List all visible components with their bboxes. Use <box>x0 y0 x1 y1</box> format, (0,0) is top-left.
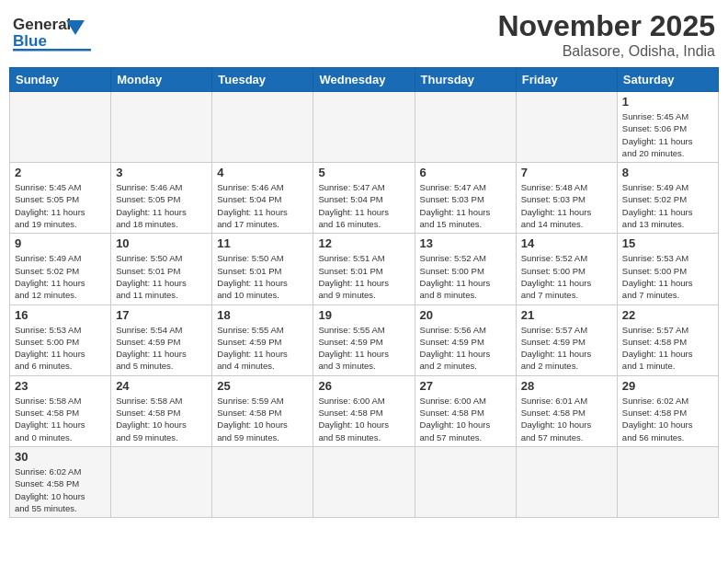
empty-cell-last <box>212 446 313 517</box>
day-cell-2: 2 Sunrise: 5:45 AMSunset: 5:05 PMDayligh… <box>10 163 111 234</box>
svg-rect-3 <box>13 49 91 52</box>
day-cell-7: 7 Sunrise: 5:48 AMSunset: 5:03 PMDayligh… <box>516 163 617 234</box>
day-cell-16: 16 Sunrise: 5:53 AMSunset: 5:00 PMDaylig… <box>10 304 111 375</box>
day-cell-4: 4 Sunrise: 5:46 AMSunset: 5:04 PMDayligh… <box>212 163 313 234</box>
empty-cell-last <box>516 446 617 517</box>
empty-cell <box>313 92 415 163</box>
day-cell-24: 24 Sunrise: 5:58 AMSunset: 4:58 PMDaylig… <box>111 375 212 446</box>
logo: General Blue <box>13 9 96 60</box>
svg-text:Blue: Blue <box>13 32 47 50</box>
day-cell-17: 17 Sunrise: 5:54 AMSunset: 4:59 PMDaylig… <box>111 304 212 375</box>
empty-cell <box>111 92 212 163</box>
header-thursday: Thursday <box>415 68 516 92</box>
empty-cell <box>212 92 313 163</box>
day-cell-10: 10 Sunrise: 5:50 AMSunset: 5:01 PMDaylig… <box>111 234 212 304</box>
svg-text:General: General <box>13 16 71 33</box>
logo-svg: General Blue <box>13 9 96 60</box>
empty-cell-last <box>313 446 415 517</box>
day-cell-23: 23 Sunrise: 5:58 AMSunset: 4:58 PMDaylig… <box>10 375 111 446</box>
empty-cell-last <box>415 446 516 517</box>
day-cell-6: 6 Sunrise: 5:47 AMSunset: 5:03 PMDayligh… <box>415 163 516 234</box>
day-cell-30: 30 Sunrise: 6:02 AMSunset: 4:58 PMDaylig… <box>10 446 111 517</box>
day-cell-13: 13 Sunrise: 5:52 AMSunset: 5:00 PMDaylig… <box>415 234 516 304</box>
day-cell-8: 8 Sunrise: 5:49 AMSunset: 5:02 PMDayligh… <box>617 163 718 234</box>
day-cell-27: 27 Sunrise: 6:00 AMSunset: 4:58 PMDaylig… <box>415 375 516 446</box>
day-cell-12: 12 Sunrise: 5:51 AMSunset: 5:01 PMDaylig… <box>313 234 415 304</box>
day-cell-26: 26 Sunrise: 6:00 AMSunset: 4:58 PMDaylig… <box>313 375 415 446</box>
day-cell-21: 21 Sunrise: 5:57 AMSunset: 4:59 PMDaylig… <box>516 304 617 375</box>
weekday-header-row: Sunday Monday Tuesday Wednesday Thursday… <box>10 68 719 92</box>
header-monday: Monday <box>111 68 212 92</box>
page-header: General Blue November 2025 Balasore, Odi… <box>9 9 719 60</box>
day-cell-25: 25 Sunrise: 5:59 AMSunset: 4:58 PMDaylig… <box>212 375 313 446</box>
day-cell-29: 29 Sunrise: 6:02 AMSunset: 4:58 PMDaylig… <box>617 375 718 446</box>
empty-cell-last <box>617 446 718 517</box>
day-cell-5: 5 Sunrise: 5:47 AMSunset: 5:04 PMDayligh… <box>313 163 415 234</box>
empty-cell <box>10 92 111 163</box>
header-tuesday: Tuesday <box>212 68 313 92</box>
day-cell-22: 22 Sunrise: 5:57 AMSunset: 4:58 PMDaylig… <box>617 304 718 375</box>
header-saturday: Saturday <box>617 68 718 92</box>
empty-cell-last <box>111 446 212 517</box>
month-title: November 2025 <box>497 9 715 43</box>
location: Balasore, Odisha, India <box>497 43 715 60</box>
header-sunday: Sunday <box>10 68 111 92</box>
empty-cell <box>415 92 516 163</box>
day-cell-20: 20 Sunrise: 5:56 AMSunset: 4:59 PMDaylig… <box>415 304 516 375</box>
day-cell-3: 3 Sunrise: 5:46 AMSunset: 5:05 PMDayligh… <box>111 163 212 234</box>
calendar-table: Sunday Monday Tuesday Wednesday Thursday… <box>9 67 719 518</box>
day-cell-18: 18 Sunrise: 5:55 AMSunset: 4:59 PMDaylig… <box>212 304 313 375</box>
day-cell-9: 9 Sunrise: 5:49 AMSunset: 5:02 PMDayligh… <box>10 234 111 304</box>
day-cell-14: 14 Sunrise: 5:52 AMSunset: 5:00 PMDaylig… <box>516 234 617 304</box>
empty-cell <box>516 92 617 163</box>
header-wednesday: Wednesday <box>313 68 415 92</box>
title-area: November 2025 Balasore, Odisha, India <box>497 9 715 60</box>
day-cell-28: 28 Sunrise: 6:01 AMSunset: 4:58 PMDaylig… <box>516 375 617 446</box>
header-friday: Friday <box>516 68 617 92</box>
day-cell-15: 15 Sunrise: 5:53 AMSunset: 5:00 PMDaylig… <box>617 234 718 304</box>
day-cell-1: 1 Sunrise: 5:45 AMSunset: 5:06 PMDayligh… <box>617 92 718 163</box>
day-cell-19: 19 Sunrise: 5:55 AMSunset: 4:59 PMDaylig… <box>313 304 415 375</box>
day-cell-11: 11 Sunrise: 5:50 AMSunset: 5:01 PMDaylig… <box>212 234 313 304</box>
